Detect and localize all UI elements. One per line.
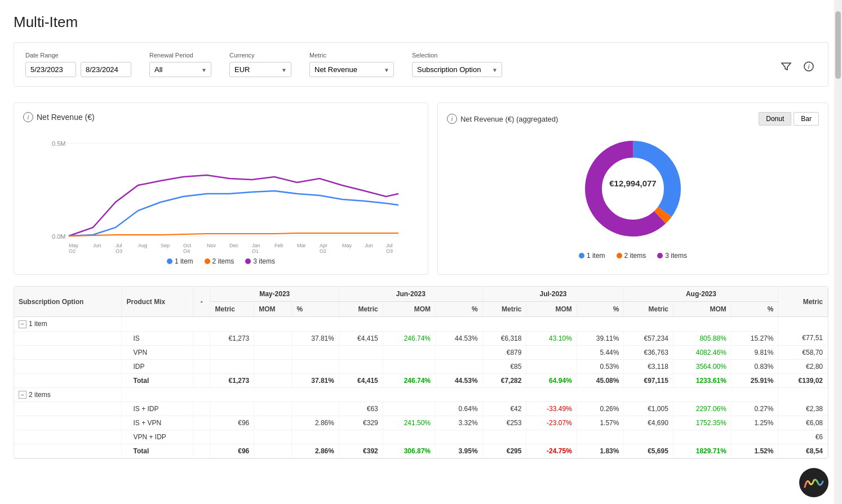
cell-total-2items: Total [122,444,193,458]
cell-empty-1 [14,331,122,345]
cell-next-metric-vpnidp: €6 [778,430,828,444]
group-spacer-2items [122,387,778,402]
line-chart-info-icon[interactable]: i [23,112,33,122]
donut-legend-dot-2items [617,253,622,258]
renewal-period-select[interactable]: All Monthly Annual [149,62,211,77]
cell-may-pct-isidp [292,402,339,416]
cell-jul-mom-total1: 64.94% [526,373,577,387]
cell-aug-metric-idp: €3,118 [624,359,673,373]
cell-may-mom-idp [254,359,292,373]
cell-may-pct-total2: 2.86% [292,444,339,458]
col-aug-mom: MOM [673,302,731,317]
cell-jul-pct-is: 39.11% [577,331,624,345]
cell-jun-pct-isidp: 0.64% [436,402,483,416]
scrollbar[interactable] [834,0,842,504]
cell-aug-mom-total1: 1233.61% [673,373,731,387]
donut-chart-info-icon[interactable]: i [447,114,457,124]
date-range-label: Date Range [25,52,131,59]
cell-metric-sep-is [193,331,210,345]
col-jun-mom: MOM [383,302,435,317]
svg-text:Sep: Sep [161,243,170,248]
expand-1item-button[interactable]: − [19,320,26,328]
currency-group: Currency EUR USD GBP ▼ [229,52,291,77]
cell-next-metric-total1: €139,02 [778,373,828,387]
date-start-input[interactable] [25,62,76,77]
line-chart-title-row: i Net Revenue (€) [23,112,419,122]
cell-aug-mom-total2: 1829.71% [673,444,731,458]
col-may-2023: May-2023 [210,287,339,302]
svg-text:Q2: Q2 [69,248,76,253]
col-aug-2023: Aug-2023 [624,287,778,302]
donut-button[interactable]: Donut [759,112,791,126]
cell-aug-metric-isvpn: €4,690 [624,416,673,430]
cell-aug-pct-isidp: 0.27% [731,402,778,416]
info-icon-button[interactable]: i [801,59,817,77]
svg-text:Jul: Jul [386,243,393,248]
col-jul-2023: Jul-2023 [482,287,624,302]
cell-empty-8 [14,444,122,458]
legend-label-3items: 3 items [253,257,275,265]
line-chart-panel: i Net Revenue (€) 0.5M 0.0M May Q2 Jun J… [14,102,428,275]
col-next-metric: Metric [778,287,828,317]
cell-jun-pct-idp [436,359,483,373]
cell-mix-idp: IDP [122,359,193,373]
expand-2items-button[interactable]: − [19,391,26,399]
table-row: IDP €85 0.53% €3,118 3564.00% 0.83% €2,8… [14,359,828,373]
cell-may-pct-vpnidp [292,430,339,444]
cell-may-metric-total1: €1,273 [210,373,254,387]
svg-text:Nov: Nov [207,243,216,248]
selection-select[interactable]: Subscription Option Product Mix Region [412,62,502,77]
cell-next-metric-is: €77,51 [778,331,828,345]
metric-label: Metric [309,52,394,59]
donut-chart-legend: 1 item 2 items 3 items [579,252,687,260]
svg-text:Q4: Q4 [183,248,190,253]
svg-text:Jun: Jun [365,243,373,248]
cell-aug-metric-isidp: €1,005 [624,402,673,416]
cell-jun-metric-isvpn: €329 [339,416,383,430]
cell-jun-metric-is: €4,415 [339,331,383,345]
line-chart-legend: 1 item 2 items 3 items [23,257,419,265]
line-chart-svg: 0.5M 0.0M May Q2 Jun Jul Q3 Aug Sep Oct … [23,129,419,253]
cell-aug-metric-vpnidp [624,430,673,444]
cell-jul-metric-total1: €7,282 [482,373,526,387]
col-jun-2023: Jun-2023 [339,287,482,302]
cell-jun-metric-total1: €4,415 [339,373,383,387]
col-jul-metric: Metric [482,302,526,317]
svg-text:May: May [69,243,79,248]
cell-aug-pct-is: 15.27% [731,331,778,345]
col-subscription-option: Subscription Option [14,287,122,317]
legend-dot-2items [205,258,210,264]
cell-jul-pct-vpnidp [577,430,624,444]
cell-empty-3 [14,359,122,373]
scrollbar-thumb[interactable] [835,11,841,79]
charts-area: i Net Revenue (€) 0.5M 0.0M May Q2 Jun J… [14,102,828,275]
cell-metric-sep-total1 [193,373,210,387]
filter-funnel-icon [781,61,792,72]
cell-jul-pct-total2: 1.83% [577,444,624,458]
col-may-metric: Metric [210,302,254,317]
legend-dot-1item [167,258,172,264]
table-row: Total €1,273 37.81% €4,415 246.74% 44.53… [14,373,828,387]
col-separator: - [193,287,210,317]
currency-select[interactable]: EUR USD GBP [229,62,291,77]
svg-text:Oct: Oct [183,243,192,248]
cell-jul-pct-isidp: 0.26% [577,402,624,416]
cell-may-mom-isvpn [254,416,292,430]
line-chart-title: Net Revenue (€) [37,113,95,122]
cell-aug-pct-idp: 0.83% [731,359,778,373]
filter-icon-button[interactable] [778,59,794,77]
donut-svg-wrapper: €12,994,077 [577,132,689,245]
cell-empty-7 [14,430,122,444]
cell-next-metric-total2: €8,54 [778,444,828,458]
cell-jul-mom-isidp: -33.49% [526,402,577,416]
cell-jul-metric-vpnidp [482,430,526,444]
cell-aug-mom-idp: 3564.00% [673,359,731,373]
metric-select[interactable]: Net Revenue Gross Revenue Refunds [309,62,394,77]
date-end-input[interactable] [81,62,131,77]
cell-next-metric-isvpn: €6,08 [778,416,828,430]
cell-jun-metric-vpn [339,345,383,359]
bar-button[interactable]: Bar [794,112,819,126]
cell-jul-pct-isvpn: 1.57% [577,416,624,430]
cell-aug-metric-vpn: €36,763 [624,345,673,359]
cell-jun-mom-isvpn: 241.50% [383,416,435,430]
